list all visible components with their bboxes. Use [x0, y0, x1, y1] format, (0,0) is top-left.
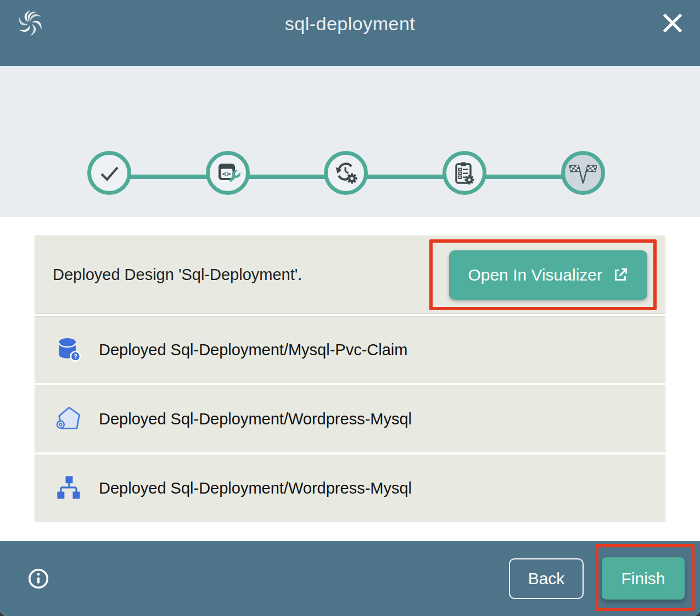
code-wrench-icon: <> [215, 160, 241, 186]
deployed-design-message: Deployed Design 'Sql-Deployment'. [53, 266, 302, 284]
result-message: Deployed Sql-Deployment/Mysql-Pvc-Claim [99, 341, 407, 359]
modal-title: sql-deployment [285, 13, 416, 35]
close-button[interactable] [662, 12, 684, 34]
pod-icon [55, 405, 83, 433]
step-identify-environments: <> [206, 151, 250, 195]
open-in-visualizer-label: Open In Visualizer [468, 266, 602, 284]
svg-text:?: ? [74, 353, 77, 360]
result-row-wordpress-mysql-2: Deployed Sql-Deployment/Wordpress-Mysql [35, 455, 665, 522]
close-icon [662, 12, 684, 34]
open-in-visualizer-button[interactable]: Open In Visualizer [449, 250, 647, 300]
modal-footer: Back Finish [0, 541, 700, 616]
external-link-icon [612, 267, 629, 283]
history-gear-icon [333, 160, 359, 186]
check-icon [96, 160, 122, 186]
back-button[interactable]: Back [509, 558, 584, 599]
result-row-pvc: ? Deployed Sql-Deployment/Mysql-Pvc-Clai… [35, 316, 665, 383]
step-finalize-deployment [443, 151, 486, 195]
result-message: Deployed Sql-Deployment/Wordpress-Mysql [99, 410, 412, 428]
database-icon: ? [55, 335, 83, 364]
result-row-wordpress-mysql-1: Deployed Sql-Deployment/Wordpress-Mysql [35, 385, 665, 452]
meshery-logo-icon [15, 8, 46, 38]
modal-header: sql-deployment [0, 0, 700, 66]
info-button[interactable] [27, 567, 50, 590]
deployment-modal: sql-deployment <> [0, 0, 700, 616]
deployment-stepper: <> [0, 66, 700, 217]
step-finish [561, 151, 605, 195]
svg-text:<>: <> [222, 170, 231, 178]
checkered-flags-icon [569, 160, 597, 186]
clipboard-gear-icon [451, 160, 478, 186]
info-icon [27, 567, 50, 590]
deployed-design-row: Deployed Design 'Sql-Deployment'. Open I… [35, 236, 665, 314]
deployment-results: Deployed Design 'Sql-Deployment'. Open I… [0, 217, 700, 541]
result-message: Deployed Sql-Deployment/Wordpress-Mysql [99, 479, 412, 497]
step-dry-run [324, 151, 368, 195]
hierarchy-icon [55, 474, 83, 502]
finish-button[interactable]: Finish [602, 557, 685, 600]
step-validate-design [87, 151, 131, 195]
